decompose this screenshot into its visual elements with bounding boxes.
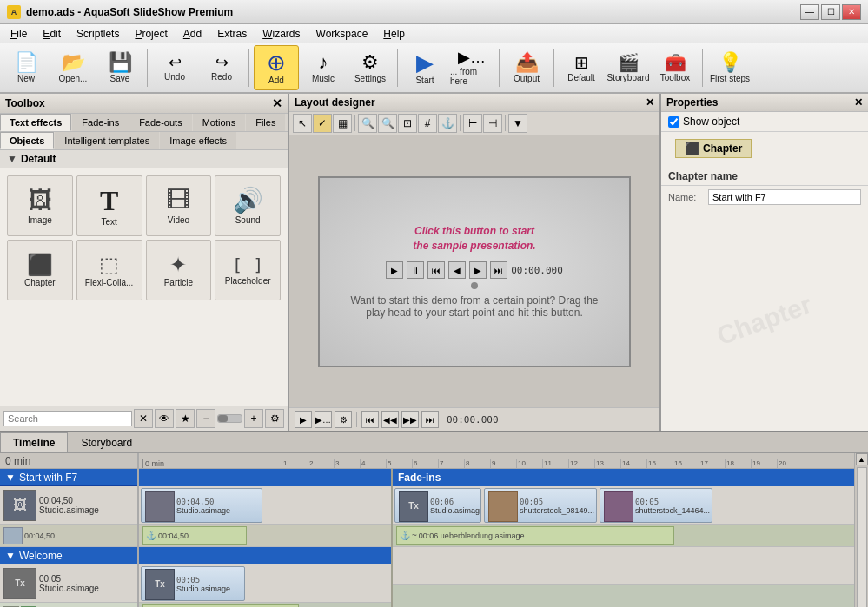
dt-anchor-button[interactable]: ⚓ [438, 114, 457, 133]
toolbox-button[interactable]: 🧰 Toolbox [653, 45, 698, 90]
grid-item-video[interactable]: 🎞 Video [146, 175, 212, 236]
add-button[interactable]: ⊕ Add [254, 45, 299, 90]
tl-clip-2[interactable]: Tx 00:05 Studio.asimage [141, 566, 245, 601]
chapter-tab-icon: ⬛ [685, 142, 699, 155]
pc-play-button[interactable]: ▶ [386, 261, 403, 279]
grid-item-particle[interactable]: ✦ Particle [146, 240, 212, 300]
undo-button[interactable]: ↩ Undo [152, 45, 197, 90]
minimize-button[interactable]: — [800, 4, 819, 20]
menu-workspace[interactable]: Workspace [309, 26, 375, 42]
dt-more-button[interactable]: ▼ [508, 114, 527, 133]
tl-clip-3a[interactable]: Tx 00:06 Studio.asimage [394, 488, 481, 523]
open-button[interactable]: 📂 Open... [50, 45, 96, 90]
tl-clip-3c[interactable]: 00:05 shutterstock_14464... [600, 488, 712, 523]
sound-grid-label: Sound [235, 215, 261, 225]
maximize-button[interactable]: ☐ [821, 4, 840, 20]
dt-align-left-button[interactable]: ⊢ [463, 114, 482, 133]
redo-button[interactable]: ↪ Redo [199, 45, 244, 90]
playback-bar: ▶ ▶… ⚙ ⏮ ◀◀ ▶▶ ⏭ 00:00.000 [289, 407, 659, 431]
tab-fade-ins[interactable]: Fade-ins [72, 114, 129, 131]
grid-item-image[interactable]: 🖼 Image [7, 175, 73, 236]
tl-vscroll: ▲ ▼ [854, 453, 868, 607]
tl-clip-3b[interactable]: 00:05 shutterstock_98149... [484, 488, 597, 523]
music-button[interactable]: ♪ Music [301, 45, 346, 90]
new-button[interactable]: 📄 New [3, 45, 49, 90]
dt-zoom-fit-button[interactable]: ⊡ [398, 114, 417, 133]
search-visible-button[interactable]: 👁 [155, 409, 174, 428]
pb-forward-button[interactable]: ▶▶ [401, 411, 419, 428]
dt-zoom-out-button[interactable]: 🔍 [378, 114, 397, 133]
dt-select-button[interactable]: ↖ [293, 114, 312, 133]
search-plus-button[interactable]: + [244, 409, 263, 428]
pb-settings-button[interactable]: ⚙ [335, 411, 352, 428]
menu-help[interactable]: Help [376, 26, 412, 42]
pb-from-here-button[interactable]: ▶… [315, 411, 332, 428]
pb-rewind-button[interactable]: ◀◀ [381, 411, 399, 428]
vscroll-up-button[interactable]: ▲ [856, 453, 868, 465]
titlebar: A demo.ads - AquaSoft SlideShow Premium … [0, 0, 868, 24]
toolbox-close-button[interactable]: ✕ [272, 96, 282, 110]
menu-extras[interactable]: Extras [210, 26, 254, 42]
settings-button[interactable]: ⚙ Settings [348, 45, 393, 90]
pc-pause-button[interactable]: ⏸ [407, 261, 424, 279]
pc-forward-button[interactable]: ▶ [469, 261, 487, 279]
save-button[interactable]: 💾 Save [97, 45, 142, 90]
tl-clip-1[interactable]: 00:04,50 Studio.asimage [141, 488, 262, 523]
tab-fade-outs[interactable]: Fade-outs [129, 114, 192, 131]
tl-clip-time-3b: 00:05 [520, 498, 594, 506]
storyboard-button[interactable]: 🎬 Storyboard [606, 45, 651, 90]
tab-storyboard[interactable]: Storyboard [68, 432, 145, 452]
tab-motions[interactable]: Motions [193, 114, 246, 131]
dt-zoom-in-button[interactable]: 🔍 [358, 114, 377, 133]
properties-close-button[interactable]: ✕ [854, 96, 863, 109]
menu-file[interactable]: File [3, 26, 34, 42]
show-object-checkbox[interactable] [668, 116, 679, 128]
search-star-button[interactable]: ★ [176, 409, 195, 428]
tl-chapter-start-f7: ▼ Start with F7 [0, 469, 137, 486]
grid-item-placeholder[interactable]: [ ] Placeholder [215, 240, 281, 300]
grid-item-text[interactable]: T Text [76, 175, 142, 236]
tab-image-effects[interactable]: Image effects [160, 132, 236, 149]
tab-timeline[interactable]: Timeline [0, 432, 68, 452]
timeline-left: 0 min ▼ Start with F7 🖼 00:04,50 Studio.… [0, 453, 139, 607]
grid-item-flexi[interactable]: ⬚ Flexi-Colla... [76, 240, 142, 300]
pc-rewind-button[interactable]: ⏮ [427, 261, 445, 279]
tab-files[interactable]: Files [246, 114, 285, 131]
start-button[interactable]: ▶ Start [402, 45, 447, 90]
search-clear-button[interactable]: ✕ [134, 409, 153, 428]
pc-end-button[interactable]: ⏭ [490, 261, 507, 279]
name-field-input[interactable] [708, 189, 861, 205]
default-button[interactable]: ⊞ Default [559, 45, 604, 90]
dt-align-right-button[interactable]: ⊣ [483, 114, 502, 133]
group-collapse-icon[interactable]: ▼ [7, 153, 17, 165]
search-settings-button[interactable]: ⚙ [265, 409, 284, 428]
first-steps-button[interactable]: 💡 First steps [707, 45, 752, 90]
grid-item-chapter[interactable]: ⬛ Chapter [7, 240, 73, 300]
pc-back-button[interactable]: ◀ [448, 261, 466, 279]
layout-designer-close-button[interactable]: ✕ [646, 96, 654, 109]
tl-chapter-collapse-2[interactable]: ▼ [5, 550, 16, 562]
pb-prev-button[interactable]: ⏮ [361, 411, 379, 428]
tab-intelligent-templates[interactable]: Intelligent templates [55, 132, 159, 149]
grid-item-sound[interactable]: 🔊 Sound [215, 175, 281, 236]
menu-scriptlets[interactable]: Scriptlets [70, 26, 126, 42]
tab-text-effects[interactable]: Text effects [0, 114, 71, 131]
search-input[interactable] [3, 411, 132, 426]
tab-objects[interactable]: Objects [0, 132, 54, 149]
output-button[interactable]: 📤 Output [504, 45, 549, 90]
dt-grid-button[interactable]: # [418, 114, 437, 133]
chapter-tab[interactable]: ⬛ Chapter [675, 139, 752, 158]
menu-edit[interactable]: Edit [36, 26, 68, 42]
tl-chapter-label-1: Start with F7 [19, 472, 77, 484]
close-button[interactable]: ✕ [842, 4, 861, 20]
from-here-button[interactable]: ▶… ... from here [449, 45, 494, 90]
menu-project[interactable]: Project [128, 26, 174, 42]
search-minus-button[interactable]: − [196, 409, 215, 428]
tl-chapter-collapse-1[interactable]: ▼ [5, 472, 16, 484]
dt-check-button[interactable]: ✓ [313, 114, 332, 133]
menu-wizards[interactable]: Wizards [255, 26, 307, 42]
pb-end-button[interactable]: ⏭ [421, 411, 439, 428]
menu-add[interactable]: Add [176, 26, 209, 42]
pb-play-button[interactable]: ▶ [295, 411, 312, 428]
dt-layout-button[interactable]: ▦ [333, 114, 352, 133]
